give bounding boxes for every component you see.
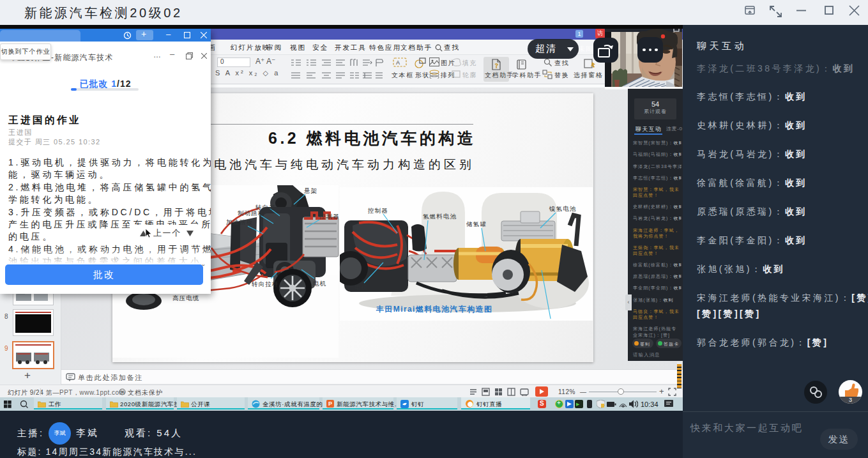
svg-text:电机: 电机 — [354, 284, 368, 291]
svg-text:控制器: 控制器 — [319, 213, 340, 220]
svg-text:加速踏板: 加速踏板 — [226, 218, 253, 225]
svg-text:高压电缆: 高压电缆 — [172, 294, 199, 302]
svg-text:悬架: 悬架 — [303, 187, 317, 194]
svg-text:制动踏板: 制动踏板 — [238, 210, 264, 217]
svg-text:氢燃料电池: 氢燃料电池 — [423, 213, 457, 220]
svg-text:控制器: 控制器 — [367, 207, 388, 214]
svg-text:电机: 电机 — [313, 280, 326, 287]
svg-text:镍氢电池: 镍氢电池 — [549, 205, 576, 212]
svg-text:储氢罐: 储氢罐 — [466, 220, 487, 227]
svg-text:A: A — [396, 59, 400, 66]
svg-text:转向拉杆: 转向拉杆 — [252, 280, 278, 287]
